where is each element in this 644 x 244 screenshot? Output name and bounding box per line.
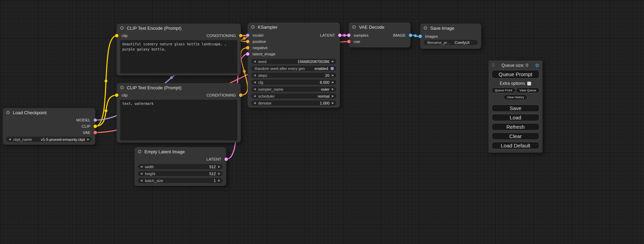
extra-options-checkbox[interactable] [527, 82, 531, 85]
widget-value: v1-5-pruned-emaonly.ckpt [41, 137, 85, 142]
decrement-arrow-icon[interactable]: ◀ [254, 102, 256, 105]
node-save-image[interactable]: Save Image images filename_prefix ComfyU… [420, 24, 481, 49]
node-empty-latent-image[interactable]: Empty Latent Image LATENT ◀ width 512 ▶ … [134, 147, 226, 186]
graph-canvas[interactable]: { "canvas": {"background": "#212121"}, "… [0, 0, 644, 244]
node-header[interactable]: KSampler [248, 22, 340, 31]
increment-arrow-icon[interactable]: ▶ [332, 88, 334, 91]
conditioning-output-slot[interactable] [239, 93, 242, 97]
refresh-button[interactable]: Refresh [492, 123, 539, 130]
model-output-slot[interactable] [94, 118, 97, 122]
positive-input-slot[interactable] [246, 40, 249, 43]
denoise-widget[interactable]: ◀ denoise 1.000 ▶ [251, 100, 336, 106]
increment-arrow-icon[interactable]: ▶ [218, 172, 220, 175]
latent-output-slot[interactable] [338, 34, 342, 37]
wire-midpoint-dot [170, 76, 173, 79]
latent-output-slot[interactable] [224, 157, 228, 161]
increment-arrow-icon[interactable]: ▶ [332, 60, 334, 63]
view-history-button[interactable]: View History [504, 94, 527, 100]
height-widget[interactable]: ◀ height 512 ▶ [138, 171, 223, 176]
increment-arrow-icon[interactable]: ▶ [332, 102, 334, 105]
increment-arrow-icon[interactable]: ▶ [218, 179, 220, 182]
view-queue-button[interactable]: View Queue [516, 88, 539, 93]
menu-header: ⠿ Queue size: 0 ⚙ [492, 63, 539, 68]
node-ksampler[interactable]: KSampler model LATENT positive negative … [248, 22, 340, 108]
node-header[interactable]: CLIP Text Encode (Prompt) [117, 24, 241, 33]
increment-arrow-icon[interactable]: ▶ [218, 165, 220, 168]
clip-input-slot[interactable] [115, 93, 118, 97]
node-header[interactable]: CLIP Text Encode (Prompt) [117, 83, 241, 92]
comfy-menu[interactable]: ⠿ Queue size: 0 ⚙ Queue Prompt Extra opt… [488, 61, 542, 153]
negative-prompt-textarea[interactable]: text, watermark [120, 100, 237, 141]
collapse-toggle-icon[interactable] [120, 26, 124, 30]
output-label-image: IMAGE [393, 33, 406, 37]
slot-row: latent_image [248, 51, 340, 57]
samples-input-slot[interactable] [347, 34, 351, 37]
save-button[interactable]: Save [492, 105, 539, 112]
load-button[interactable]: Load [492, 114, 539, 121]
increment-arrow-icon[interactable]: ▶ [332, 95, 334, 98]
vae-output-slot[interactable] [94, 131, 97, 134]
collapse-toggle-icon[interactable] [251, 25, 255, 29]
ckpt-name-widget[interactable]: ◀ ckpt_name v1-5-pruned-emaonly.ckpt ▶ [6, 137, 92, 142]
collapse-toggle-icon[interactable] [352, 25, 356, 29]
output-label-latent: LATENT [320, 33, 335, 37]
random-seed-toggle-widget[interactable]: Random seed after every gen enabled [251, 66, 336, 71]
negative-input-slot[interactable] [246, 46, 249, 49]
image-output-slot[interactable] [409, 34, 412, 37]
queue-front-button[interactable]: Queue Front [492, 88, 515, 93]
drag-handle-icon[interactable]: ⠿ [492, 63, 495, 68]
collapse-toggle-icon[interactable] [138, 150, 141, 153]
sampler-name-widget[interactable]: ◀ sampler_name euler ▶ [251, 87, 336, 92]
settings-gear-icon[interactable]: ⚙ [535, 63, 539, 68]
increment-arrow-icon[interactable]: ▶ [87, 138, 89, 141]
model-input-slot[interactable] [246, 34, 249, 37]
batch-size-widget[interactable]: ◀ batch_size 1 ▶ [138, 178, 223, 183]
output-label-vae: VAE [83, 130, 90, 135]
slot-row: VAE [3, 129, 95, 136]
load-default-button[interactable]: Load Default [492, 142, 539, 149]
node-header[interactable]: VAE Decode [349, 22, 411, 31]
increment-arrow-icon[interactable]: ▶ [332, 81, 334, 84]
vae-input-slot[interactable] [347, 40, 351, 43]
decrement-arrow-icon[interactable]: ◀ [254, 81, 256, 84]
width-widget[interactable]: ◀ width 512 ▶ [138, 164, 223, 169]
seed-widget[interactable]: ◀ seed 156680208700286 ▶ [251, 59, 336, 64]
node-clip-text-encode-positive[interactable]: CLIP Text Encode (Prompt) clip CONDITION… [117, 24, 241, 75]
conditioning-output-slot[interactable] [239, 34, 242, 37]
decrement-arrow-icon[interactable]: ◀ [254, 74, 256, 77]
scheduler-widget[interactable]: ◀ scheduler normal ▶ [251, 93, 336, 99]
collapse-toggle-icon[interactable] [6, 111, 10, 114]
node-load-checkpoint[interactable]: Load Checkpoint MODEL CLIP VAE ◀ ckpt_na… [3, 108, 95, 145]
clear-button[interactable]: Clear [492, 133, 539, 140]
node-clip-text-encode-negative[interactable]: CLIP Text Encode (Prompt) clip CONDITION… [117, 83, 241, 143]
clip-input-slot[interactable] [115, 34, 118, 37]
collapse-toggle-icon[interactable] [120, 86, 124, 89]
clip-output-slot[interactable] [94, 125, 97, 128]
input-label-clip: clip [122, 34, 127, 38]
collapse-toggle-icon[interactable] [424, 26, 427, 30]
input-label-samples: samples [354, 33, 369, 37]
node-header[interactable]: Load Checkpoint [3, 108, 95, 117]
widget-label: ckpt_name [13, 137, 32, 142]
steps-widget[interactable]: ◀ steps 20 ▶ [251, 73, 336, 78]
node-header[interactable]: Empty Latent Image [134, 147, 226, 156]
decrement-arrow-icon[interactable]: ◀ [254, 88, 256, 91]
cfg-widget[interactable]: ◀ cfg 8.000 ▶ [251, 80, 336, 85]
decrement-arrow-icon[interactable]: ◀ [140, 172, 142, 175]
filename-prefix-widget[interactable]: filename_prefix ComfyUI [424, 40, 478, 45]
decrement-arrow-icon[interactable]: ◀ [254, 95, 256, 98]
toggle-indicator-icon[interactable] [330, 67, 334, 70]
latent-image-input-slot[interactable] [246, 52, 249, 56]
positive-prompt-textarea[interactable]: beautiful scenery nature glass bottle la… [120, 40, 237, 73]
increment-arrow-icon[interactable]: ▶ [332, 74, 334, 77]
decrement-arrow-icon[interactable]: ◀ [140, 179, 142, 182]
slot-row: negative [248, 45, 340, 51]
decrement-arrow-icon[interactable]: ◀ [9, 138, 11, 141]
queue-prompt-button[interactable]: Queue Prompt [492, 70, 539, 79]
node-header[interactable]: Save Image [420, 24, 481, 33]
decrement-arrow-icon[interactable]: ◀ [254, 60, 256, 63]
queue-actions-row: Queue Front View Queue [492, 88, 539, 93]
images-input-slot[interactable] [418, 35, 422, 38]
decrement-arrow-icon[interactable]: ◀ [140, 165, 142, 168]
node-vae-decode[interactable]: VAE Decode samples IMAGE vae [349, 22, 411, 47]
